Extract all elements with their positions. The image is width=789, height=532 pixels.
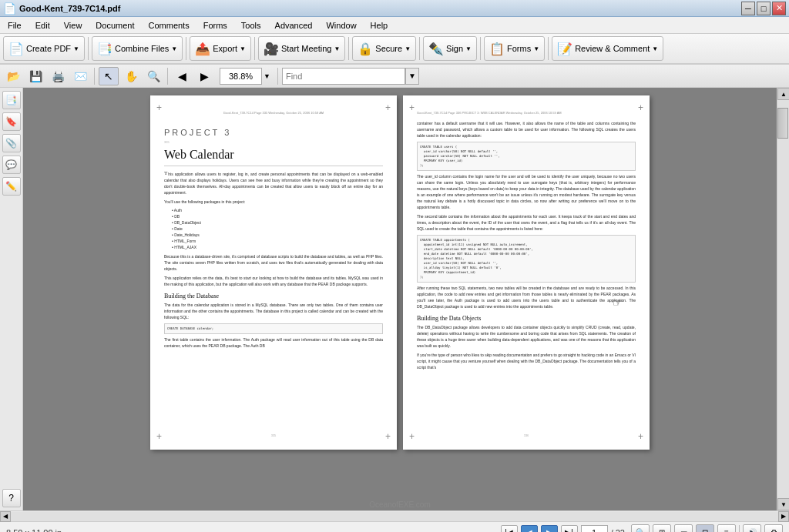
title-bar-controls: ─ □ ✕ xyxy=(741,2,786,15)
print-button[interactable]: 🖨️ xyxy=(48,67,68,85)
start-meeting-button[interactable]: 🎥 Start Meeting ▼ xyxy=(258,36,345,61)
scroll-left-button[interactable]: ◀ xyxy=(0,511,11,522)
save-button[interactable]: 💾 xyxy=(25,67,45,85)
create-pdf-button[interactable]: 📄 Create PDF ▼ xyxy=(3,36,85,61)
scroll-track[interactable] xyxy=(777,100,789,498)
find-input[interactable] xyxy=(282,68,405,85)
zoom-button[interactable]: 🔍 xyxy=(143,67,163,85)
minimize-button[interactable]: ─ xyxy=(741,2,755,15)
toolbar-sep-4 xyxy=(348,37,349,60)
select-tool-button[interactable]: ↖ xyxy=(99,67,119,85)
sign-icon: ✒️ xyxy=(428,42,444,56)
single-page-button[interactable]: ▭ xyxy=(674,524,693,533)
sign-label: Sign xyxy=(446,44,463,53)
zoom-dropdown-arrow[interactable]: ▼ xyxy=(264,72,270,80)
status-center: |◀ ◀ ▶ ▶| / 22 xyxy=(501,525,625,533)
window-title: Good-Kent_739-7C14.pdf xyxy=(19,4,120,13)
prev-page-button[interactable]: ◀ xyxy=(172,67,192,85)
export-button[interactable]: 📤 Export ▼ xyxy=(190,36,251,61)
menu-help[interactable]: Help xyxy=(364,19,394,32)
zoom-out-button[interactable]: 🔍 xyxy=(631,524,650,533)
menu-file[interactable]: File xyxy=(2,19,28,32)
menu-view[interactable]: View xyxy=(58,19,89,32)
sidebar-help-button[interactable]: ? xyxy=(2,489,21,507)
start-meeting-icon: 🎥 xyxy=(264,42,279,56)
menu-edit[interactable]: Edit xyxy=(29,19,56,32)
last-page-button[interactable]: ▶| xyxy=(561,525,578,533)
page-num-bottom: 335 xyxy=(150,433,397,438)
toolbar-sep-2 xyxy=(186,37,186,60)
main-layout: 📑 🔖 📎 💬 ✏️ ? Good-Kent_739-7C14 Page 335… xyxy=(0,88,789,510)
pdf-page-2: Good-Kent_739-7C14 Page 336 PROJECT 3: W… xyxy=(403,95,650,450)
forms-button[interactable]: 📋 Forms ▼ xyxy=(484,36,545,61)
secure-label: Secure xyxy=(375,44,402,53)
pdf-content-area: Good-Kent_739-7C14 Page 335 Wednesday, O… xyxy=(23,88,777,510)
create-pdf-icon: 📄 xyxy=(8,42,24,56)
combine-files-label: Combine Files xyxy=(115,44,169,53)
settings-button[interactable]: ⚙ xyxy=(764,524,783,533)
sign-arrow: ▼ xyxy=(465,45,472,52)
sidebar-comments-button[interactable]: 💬 xyxy=(2,156,21,174)
menu-tools[interactable]: Tools xyxy=(235,19,267,32)
find-next-button[interactable]: ▼ xyxy=(405,68,419,85)
next-page-button[interactable]: ▶ xyxy=(194,67,214,85)
prev-page-nav-button[interactable]: ◀ xyxy=(521,525,538,533)
maximize-button[interactable]: □ xyxy=(757,2,771,15)
email-button[interactable]: ✉️ xyxy=(70,67,90,85)
menu-comments[interactable]: Comments xyxy=(143,19,196,32)
open-button[interactable]: 📂 xyxy=(3,67,23,85)
crosshair-tr: + xyxy=(385,102,391,115)
project-label: PROJECT 3 xyxy=(164,127,383,139)
zoom-to-fit-button[interactable]: ⊞ xyxy=(653,524,671,533)
review-button[interactable]: 📝 Review & Comment ▼ xyxy=(552,36,663,61)
combine-files-button[interactable]: 📑 Combine Files ▼ xyxy=(92,36,183,61)
bottom-scroll-track[interactable] xyxy=(11,512,778,521)
scroll-thumb[interactable] xyxy=(777,108,788,139)
close-button[interactable]: ✕ xyxy=(772,2,786,15)
page1-section1: Building the Database xyxy=(164,292,383,300)
sidebar-attachments-button[interactable]: 📎 xyxy=(2,134,21,152)
forms-arrow: ▼ xyxy=(533,45,539,52)
title-bar: 📄 Good-Kent_739-7C14.pdf ─ □ ✕ xyxy=(0,0,789,17)
secure-button[interactable]: 🔒 Secure ▼ xyxy=(352,36,416,61)
scroll-up-button[interactable]: ▲ xyxy=(777,88,789,100)
menu-document[interactable]: Document xyxy=(89,19,140,32)
page2-section1: Building the Data Objects xyxy=(417,314,636,323)
sidebar-bookmarks-button[interactable]: 🔖 xyxy=(2,112,21,131)
left-sidebar: 📑 🔖 📎 💬 ✏️ ? xyxy=(0,88,23,510)
next-page-nav-button[interactable]: ▶ xyxy=(541,525,558,533)
status-bar: 8.50 x 11.00 in |◀ ◀ ▶ ▶| / 22 🔍 ⊞ ▭ ⊟ ≡… xyxy=(0,521,789,532)
sep2 xyxy=(167,68,168,85)
current-page-input[interactable] xyxy=(581,525,608,533)
hand-tool-button[interactable]: ✋ xyxy=(121,67,141,85)
page2-body5: The DB_DataObject package allows develop… xyxy=(417,324,636,349)
first-page-button[interactable]: |◀ xyxy=(501,525,518,533)
scroll-right-button[interactable]: ▶ xyxy=(778,511,789,522)
menu-window[interactable]: Window xyxy=(320,19,362,32)
sidebar-signature-button[interactable]: ✏️ xyxy=(2,177,21,196)
page2-num-bottom: 336 xyxy=(403,433,650,438)
speakers-button[interactable]: 🔊 xyxy=(743,524,761,533)
continuous-button[interactable]: ≡ xyxy=(717,524,736,533)
export-arrow: ▼ xyxy=(240,45,246,52)
create-pdf-arrow: ▼ xyxy=(73,45,79,52)
cursor-icon: ☞ xyxy=(613,296,623,311)
sign-button[interactable]: ✒️ Sign ▼ xyxy=(423,36,477,61)
sep3 xyxy=(277,68,278,85)
menu-advanced[interactable]: Advanced xyxy=(269,19,319,32)
main-toolbar: 📄 Create PDF ▼ 📑 Combine Files ▼ 📤 Expor… xyxy=(0,34,789,65)
page1-heading: Web Calendar xyxy=(164,146,383,166)
zoom-input[interactable] xyxy=(220,68,262,85)
forms-icon: 📋 xyxy=(489,42,505,56)
export-label: Export xyxy=(213,44,237,53)
page2-body6: If you're the type of person who likes t… xyxy=(417,352,636,370)
page1-list-intro: You'll use the following packages in thi… xyxy=(164,199,383,205)
secure-icon: 🔒 xyxy=(358,42,373,56)
scroll-down-button[interactable]: ▼ xyxy=(777,498,789,510)
page2-code3: CREATE TABLE appointments ( appointment_… xyxy=(417,235,636,283)
sidebar-pages-button[interactable]: 📑 xyxy=(2,91,21,109)
menu-forms[interactable]: Forms xyxy=(197,19,233,32)
total-pages-label: / 22 xyxy=(611,528,625,533)
two-page-button[interactable]: ⊟ xyxy=(696,524,714,533)
list-item-db-dataobject: • DB_DataObject xyxy=(172,220,383,226)
